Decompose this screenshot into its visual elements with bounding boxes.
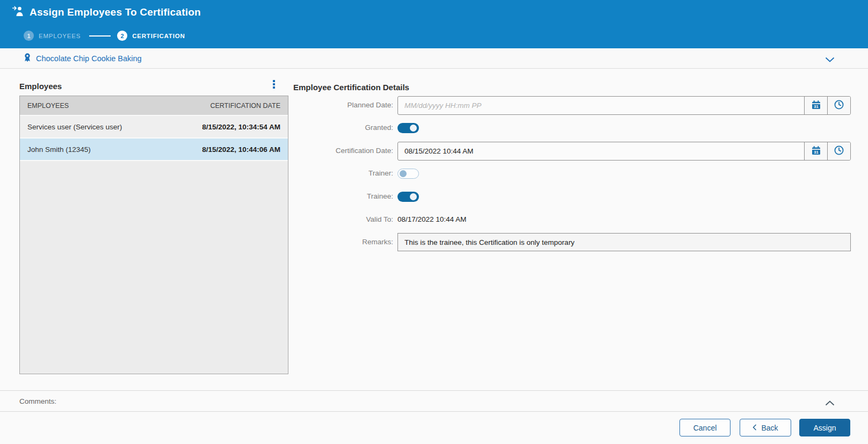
dialog-header: Assign Employees To Certification 1 EMPL… (0, 0, 868, 48)
granted-toggle[interactable] (397, 123, 419, 133)
step-label-certification: CERTIFICATION (132, 33, 185, 39)
certification-bar[interactable]: Chocolate Chip Cookie Baking (0, 48, 868, 69)
dialog-title: Assign Employees To Certification (30, 6, 201, 18)
ribbon-icon (24, 53, 31, 64)
cancel-button[interactable]: Cancel (679, 419, 730, 436)
step-label-employees: EMPLOYEES (39, 33, 81, 39)
cancel-button-label: Cancel (693, 424, 717, 432)
certification-date-time-button[interactable] (827, 142, 850, 160)
column-header-employees: EMPLOYEES (27, 102, 69, 110)
trainee-label: Trainee: (280, 192, 393, 200)
clock-icon (834, 145, 844, 157)
chevron-up-icon[interactable] (825, 398, 835, 408)
step-number-1: 1 (24, 31, 34, 41)
certification-date-input[interactable] (398, 142, 804, 160)
step-connector (89, 35, 111, 37)
svg-text:31: 31 (814, 149, 818, 154)
column-header-certification-date: CERTIFICATION DATE (210, 102, 280, 110)
calendar-icon: 31 (811, 100, 821, 112)
chevron-down-icon[interactable] (825, 55, 835, 65)
employee-name: John Smith (12345) (27, 145, 91, 154)
step-number-2: 2 (117, 31, 127, 41)
kebab-menu-icon[interactable] (272, 79, 276, 90)
assign-button[interactable]: Assign (799, 419, 850, 436)
toggle-knob (410, 125, 417, 132)
comments-section[interactable]: Comments: (0, 390, 868, 412)
wizard-steps: 1 EMPLOYEES 2 CERTIFICATION (24, 31, 185, 41)
employees-table-header: EMPLOYEES CERTIFICATION DATE (20, 96, 288, 116)
details-panel-title: Employee Certification Details (293, 83, 409, 92)
wizard-step-certification[interactable]: 2 CERTIFICATION (117, 31, 185, 41)
planned-date-field-group: 31 (397, 96, 851, 115)
employee-name: Services user (Services user) (27, 123, 122, 131)
granted-label: Granted: (280, 123, 393, 132)
trainee-toggle[interactable] (397, 192, 419, 202)
certification-name: Chocolate Chip Cookie Baking (36, 54, 142, 63)
employees-panel-title: Employees (19, 82, 62, 91)
toggle-knob (410, 193, 417, 200)
trainer-label: Trainer: (280, 169, 393, 177)
clock-icon (834, 99, 844, 112)
back-button-label: Back (761, 424, 778, 432)
dialog-footer: Cancel Back Assign (0, 412, 868, 444)
dialog-title-row: Assign Employees To Certification (12, 6, 201, 19)
table-row[interactable]: Services user (Services user) 8/15/2022,… (20, 116, 288, 139)
certification-date-label: Certification Date: (280, 147, 393, 155)
remarks-label: Remarks: (280, 238, 393, 246)
valid-to-label: Valid To: (280, 215, 393, 223)
valid-to-value: 08/17/2022 10:44 AM (397, 215, 466, 223)
table-row-selected[interactable]: John Smith (12345) 8/15/2022, 10:44:06 A… (20, 139, 288, 161)
planned-date-time-button[interactable] (827, 97, 850, 114)
planned-date-calendar-button[interactable]: 31 (804, 97, 827, 114)
toggle-knob (400, 170, 407, 177)
svg-text:31: 31 (814, 104, 818, 108)
assign-user-icon (12, 6, 24, 19)
employee-certification-date: 8/15/2022, 10:34:54 AM (202, 123, 280, 131)
comments-label: Comments: (19, 397, 56, 405)
assign-button-label: Assign (813, 424, 836, 432)
planned-date-input[interactable] (398, 97, 804, 114)
employee-certification-date: 8/15/2022, 10:44:06 AM (202, 145, 280, 154)
planned-date-label: Planned Date: (280, 101, 393, 109)
remarks-input[interactable] (397, 233, 851, 251)
chevron-left-icon (753, 424, 757, 432)
certification-date-field-group: 31 (397, 142, 851, 161)
wizard-step-employees[interactable]: 1 EMPLOYEES (24, 31, 81, 41)
trainer-toggle[interactable] (397, 169, 419, 179)
certification-date-calendar-button[interactable]: 31 (804, 142, 827, 160)
back-button[interactable]: Back (740, 419, 791, 436)
employees-table: EMPLOYEES CERTIFICATION DATE Services us… (19, 96, 288, 374)
calendar-icon: 31 (811, 145, 821, 157)
